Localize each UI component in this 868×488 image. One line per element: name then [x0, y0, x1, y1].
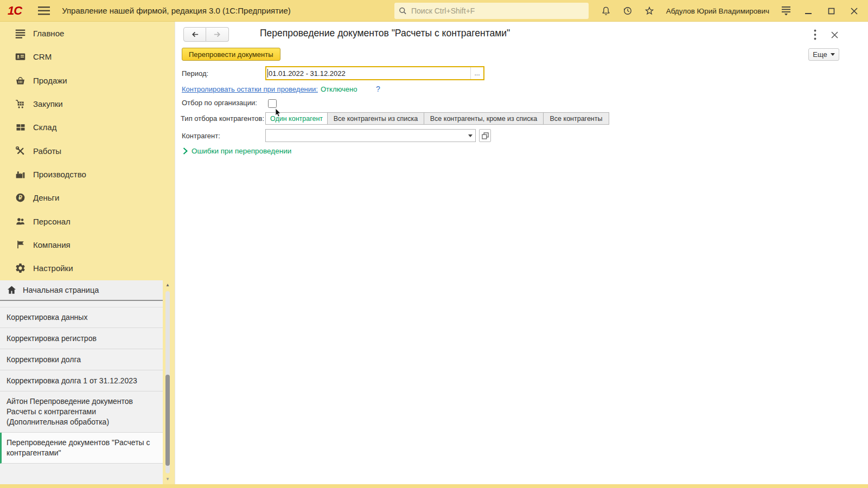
type-option-all[interactable]: Все контрагенты	[544, 112, 609, 125]
sidebar-item-purchases[interactable]: Закупки	[0, 92, 175, 115]
sidebar-item-staff[interactable]: Персонал	[0, 209, 175, 233]
close-form-icon[interactable]	[828, 28, 840, 41]
counterparty-type-switch: Один контрагент Все контрагенты из списк…	[265, 112, 609, 125]
sidebar-item-main[interactable]: Главное	[0, 22, 175, 45]
warehouse-grid-icon	[14, 121, 27, 133]
scroll-down-arrow-icon[interactable]: ▼	[163, 476, 172, 483]
text-caret	[267, 69, 268, 78]
app-window: 1С Управление нашей фирмой, редакция 3.0…	[0, 0, 868, 488]
counterparty-open-button[interactable]	[479, 129, 491, 142]
sidebar-item-warehouse[interactable]: Склад	[0, 115, 175, 139]
sidebar-item-settings[interactable]: Настройки	[0, 256, 175, 280]
purchases-cart-icon	[14, 98, 27, 110]
control-balances-link[interactable]: Контролировать остатки при проведении:	[182, 85, 318, 93]
back-button[interactable]	[183, 27, 206, 42]
sidebar-item-works[interactable]: Работы	[0, 139, 175, 162]
org-filter-checkbox[interactable]	[268, 99, 277, 108]
1c-logo: 1С	[8, 5, 22, 17]
sidebar-item-company[interactable]: Компания	[0, 233, 175, 256]
org-filter-label: Отбор по организации:	[182, 99, 257, 107]
service-menu-icon[interactable]	[779, 4, 793, 18]
company-flag-icon	[14, 239, 27, 251]
repost-documents-button[interactable]: Перепровести документы	[182, 48, 280, 61]
search-input[interactable]	[410, 6, 584, 16]
sidebar-item-crm[interactable]: CRM	[0, 45, 175, 68]
control-balances-value[interactable]: Отключено	[321, 85, 357, 93]
nav-list-item[interactable]: Айтон Перепроведение документов Расчеты …	[0, 391, 163, 433]
sidebar-item-money[interactable]: ₽ Деньги	[0, 186, 175, 209]
sales-basket-icon	[14, 74, 27, 87]
chevron-right-icon	[183, 147, 188, 155]
errors-expander[interactable]: Ошибки при перепроведении	[183, 147, 291, 155]
menu-icon	[14, 27, 27, 40]
section-sidebar: Главное CRM Продажи Закупки Склад Работы…	[0, 22, 175, 280]
home-page-item[interactable]: Начальная страница	[0, 280, 163, 301]
open-windows-icon	[482, 132, 489, 139]
period-label: Период:	[182, 69, 208, 78]
period-ellipsis-button[interactable]: ...	[470, 67, 483, 79]
works-tools-icon	[14, 145, 27, 157]
open-windows-panel: Начальная страница Корректировка данных …	[0, 280, 175, 484]
production-factory-icon	[14, 168, 27, 181]
sidebar-item-sales[interactable]: Продажи	[0, 69, 175, 92]
nav-list-item[interactable]: Корректировки долга	[0, 349, 163, 370]
forward-button[interactable]	[206, 27, 229, 42]
staff-people-icon	[14, 215, 27, 228]
nav-list-item[interactable]: Корректировка данных	[0, 307, 163, 328]
counterparty-input[interactable]	[266, 131, 465, 140]
more-button[interactable]: Еще	[808, 48, 839, 61]
crm-card-icon	[14, 50, 27, 63]
counterparty-label: Контрагент:	[182, 132, 220, 140]
period-input[interactable]	[266, 69, 470, 78]
app-title: Управление нашей фирмой, редакция 3.0 (1…	[62, 6, 291, 15]
kebab-menu-icon[interactable]	[809, 28, 821, 41]
nav-panel-scrollbar[interactable]: ▲ ▼	[163, 281, 172, 483]
chevron-down-icon	[831, 53, 835, 56]
home-icon	[7, 285, 17, 296]
title-bar: 1С Управление нашей фирмой, редакция 3.0…	[0, 0, 868, 22]
main-menu-hamburger-icon[interactable]	[37, 4, 51, 18]
period-field[interactable]: ...	[265, 66, 484, 80]
current-user-name[interactable]: Абдулов Юрий Владимирович	[666, 7, 769, 15]
svg-text:₽: ₽	[18, 194, 22, 201]
notifications-bell-icon[interactable]	[599, 4, 613, 18]
type-option-from-list[interactable]: Все контрагенты из списка	[328, 112, 424, 125]
nav-list-item-active[interactable]: Перепроведение документов "Расчеты с кон…	[0, 433, 163, 464]
search-icon	[399, 7, 407, 15]
scroll-up-arrow-icon[interactable]: ▲	[163, 281, 172, 289]
money-ruble-icon: ₽	[14, 191, 27, 204]
minimize-button[interactable]	[801, 4, 816, 18]
favorites-star-icon[interactable]	[642, 4, 656, 18]
settings-gear-icon	[14, 262, 27, 274]
dropdown-caret-icon[interactable]	[465, 130, 475, 142]
type-option-except-list[interactable]: Все контрагенты, кроме из списка	[424, 112, 544, 125]
help-question-icon[interactable]: ?	[376, 85, 380, 93]
nav-list-item[interactable]: Корректировка долга 1 от 31.12.2023	[0, 370, 163, 391]
global-search[interactable]	[394, 3, 589, 19]
history-clock-icon[interactable]	[621, 4, 635, 18]
page-title: Перепроведение документов "Расчеты с кон…	[260, 28, 510, 39]
counterparty-type-label: Тип отбора контрагентов:	[181, 114, 264, 123]
nav-list-item[interactable]: Корректировка регистров	[0, 328, 163, 349]
maximize-button[interactable]	[824, 4, 839, 18]
scrollbar-thumb[interactable]	[165, 375, 170, 466]
sidebar-item-production[interactable]: Производство	[0, 163, 175, 186]
close-window-button[interactable]	[846, 4, 861, 18]
counterparty-field[interactable]	[265, 129, 476, 142]
document-reposting-form: Перепроведение документов "Расчеты с кон…	[175, 22, 868, 484]
window-bottom-edge	[0, 484, 868, 488]
type-option-single[interactable]: Один контрагент	[265, 112, 328, 125]
open-windows-list: Корректировка данных Корректировка регис…	[0, 307, 163, 464]
